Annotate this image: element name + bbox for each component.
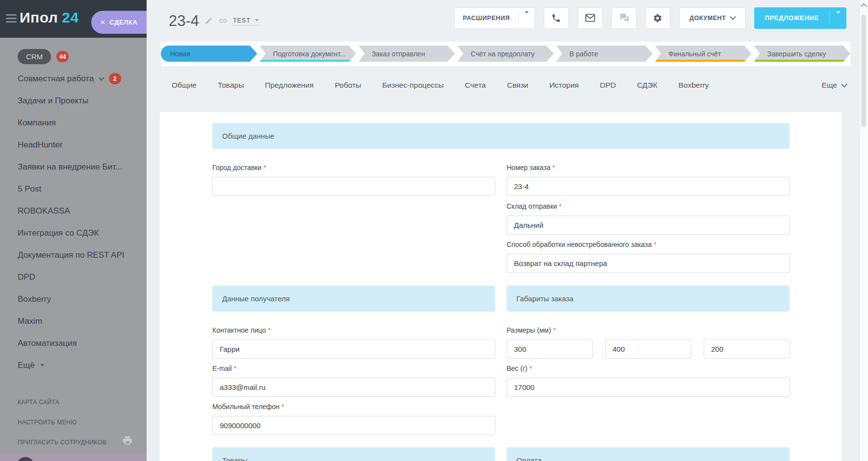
link-icon[interactable] [218, 16, 228, 25]
stage-in-progress[interactable]: В работе [556, 46, 653, 62]
required-asterisk: * [268, 326, 270, 334]
tab-history[interactable]: История [549, 81, 579, 90]
sidebar-item-more[interactable]: Ещё [18, 354, 147, 376]
crm-pill[interactable]: CRM [18, 49, 51, 64]
call-button[interactable] [544, 7, 569, 29]
sidebar-item-label: Задачи и Проекты [18, 96, 88, 106]
order-number-input[interactable] [507, 177, 790, 196]
hamburger-menu-icon[interactable] [6, 14, 17, 23]
required-asterisk: * [552, 164, 555, 171]
deal-title-row: 23-4 TEST [169, 10, 259, 32]
sidebar-item-headhunter[interactable]: HeadHunter [18, 134, 147, 156]
tab-boxberry[interactable]: Boxberry [679, 81, 709, 90]
proposal-dropdown-caret[interactable] [830, 14, 846, 23]
dimension-width-input[interactable] [605, 340, 691, 359]
mobile-phone-input[interactable] [212, 416, 495, 435]
section-title: Товары [222, 456, 248, 461]
stage-label: В работе [556, 50, 607, 58]
proposal-button[interactable]: ПРЕДЛОЖЕНИЕ [754, 7, 846, 29]
required-asterisk: * [263, 164, 266, 171]
brand-number: 24 [62, 9, 78, 25]
tab-robots[interactable]: Роботы [335, 81, 361, 90]
field-warehouse: Склад отправки* [507, 202, 790, 235]
page-title: 23-4 [169, 12, 199, 30]
deal-tabs: Общие Товары Предложения Роботы Бизнес-п… [172, 73, 846, 97]
phone-icon [551, 13, 561, 23]
invite-employees-link[interactable]: ПРИГЛАСИТЬ СОТРУДНИКОВ [18, 432, 106, 452]
field-label: Вес (г)* [507, 364, 790, 374]
tab-business-processes[interactable]: Бизнес-процессы [382, 81, 444, 90]
stage-close-deal[interactable]: Завершить сделку [754, 46, 850, 62]
sidebar-item-robokassa[interactable]: ROBOKASSA [18, 200, 147, 222]
contact-person-input[interactable] [212, 340, 495, 359]
sidebar-item-collaboration[interactable]: Совместная работа 2 [18, 68, 147, 90]
section-header-recipient: Данные получателя [212, 286, 495, 312]
tab-more[interactable]: Еще [821, 81, 846, 90]
stage-prepayment-invoice[interactable]: Счёт на предоплату [458, 46, 554, 62]
document-button[interactable]: ДОКУМЕНТ [679, 7, 746, 29]
sidebar-item-maxim[interactable]: Maxim [18, 310, 147, 332]
chat-button[interactable] [612, 7, 637, 29]
tab-general[interactable]: Общие [172, 81, 197, 90]
stage-order-sent[interactable]: Заказ отправлен [358, 46, 455, 62]
vertical-scrollbar[interactable] [859, 0, 868, 461]
section-header-payment: Оплата [507, 447, 790, 461]
stage-color-strip [556, 60, 653, 62]
chat-bubbles-icon [619, 13, 629, 23]
deal-type-dropdown[interactable]: TEST [233, 17, 259, 25]
extensions-button[interactable]: РАСШИРЕНИЯ [454, 7, 535, 29]
sidebar-item-label: DPD [18, 272, 35, 282]
pipeline-stage-bar: Новая Подготовка документ... Заказ отпра… [161, 42, 850, 66]
settings-button[interactable] [645, 7, 670, 29]
field-unclaimed-handling: Способ обработки невостребованного заказ… [507, 241, 790, 273]
sidebar-item-automation[interactable]: Автоматизация [18, 332, 147, 354]
stage-new[interactable]: Новая [161, 46, 257, 62]
email-input[interactable] [212, 378, 495, 397]
scrollbar-thumb[interactable] [861, 15, 866, 127]
unclaimed-handling-input[interactable] [507, 254, 790, 273]
warehouse-input[interactable] [507, 216, 790, 235]
tab-invoices[interactable]: Счета [465, 81, 486, 90]
dimension-length-input[interactable] [507, 340, 593, 359]
sidebar-item-bitrix-requests[interactable]: Заявки на внедрение Бит... [18, 156, 147, 178]
stage-final-invoice[interactable]: Финальный счёт [655, 46, 752, 62]
sidebar-item-tasks[interactable]: Задачи и Проекты [18, 90, 147, 112]
sidebar-item-label: Ещё [18, 361, 35, 370]
printer-icon[interactable] [122, 435, 133, 448]
field-label: Мобильный телефон* [212, 403, 495, 412]
extensions-dropdown-caret[interactable] [519, 14, 535, 23]
sidebar-item-dpd[interactable]: DPD [18, 266, 147, 288]
field-label: Способ обработки невостребованного заказ… [507, 241, 790, 250]
tab-products[interactable]: Товары [218, 81, 244, 90]
tab-cdek[interactable]: СДЭК [637, 81, 658, 90]
stage-label: Заказ отправлен [358, 50, 434, 58]
tab-proposals[interactable]: Предложения [265, 81, 313, 90]
email-button[interactable] [578, 7, 603, 29]
tab-dpd[interactable]: DPD [600, 81, 616, 90]
stage-document-preparation[interactable]: Подготовка документ... [260, 46, 357, 62]
caret-down-icon [255, 19, 259, 22]
sidebar-item-company[interactable]: Компания [18, 112, 147, 134]
upgrade-plan-button[interactable]: РАСШИРИТЬ ТАРИФ [0, 453, 147, 461]
sidebar-item-5post[interactable]: 5 Post [18, 178, 147, 200]
field-label: Размеры (мм)* [507, 326, 790, 336]
sidebar-item-boxberry[interactable]: Boxberry [18, 288, 147, 310]
scroll-up-icon[interactable] [861, 3, 867, 9]
field-email: E-mail* [212, 364, 495, 397]
sidebar-item-rest-api-docs[interactable]: Документация по REST API [18, 244, 147, 266]
weight-input[interactable] [507, 378, 790, 397]
field-label: Склад отправки* [507, 202, 790, 212]
sidebar-item-cdek-integration[interactable]: Интеграция со СДЭК [18, 222, 147, 244]
dimension-height-input[interactable] [704, 340, 790, 359]
edit-title-icon[interactable] [204, 17, 213, 25]
tab-relations[interactable]: Связи [507, 81, 528, 90]
sitemap-link[interactable]: КАРТА САЙТА [18, 392, 106, 412]
rocket-icon [17, 457, 34, 461]
delivery-city-input[interactable] [212, 177, 495, 196]
sidebar-item-label: Автоматизация [18, 339, 77, 348]
close-deal-slider-button[interactable]: × СДЕЛКА [91, 11, 147, 34]
configure-menu-link[interactable]: НАСТРОИТЬ МЕНЮ [18, 412, 106, 432]
stage-label: Счёт на предоплату [458, 50, 543, 58]
stage-color-strip [655, 60, 752, 62]
sidebar-footer-links: КАРТА САЙТА НАСТРОИТЬ МЕНЮ ПРИГЛАСИТЬ СО… [18, 392, 106, 452]
